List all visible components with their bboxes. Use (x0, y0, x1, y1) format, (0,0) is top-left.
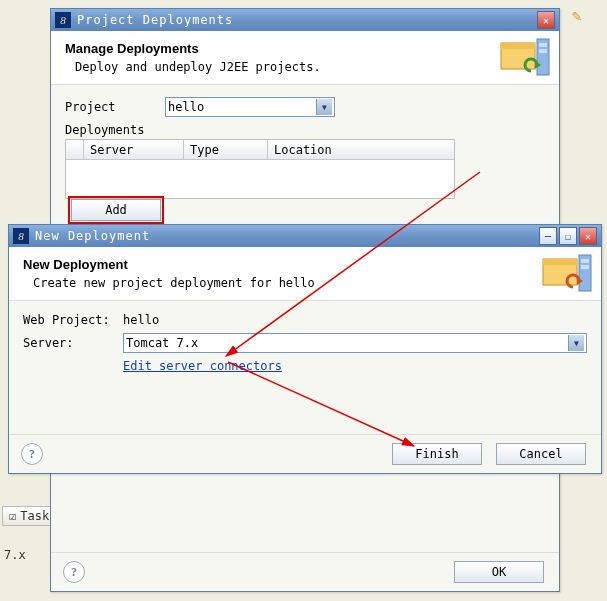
server-label: Server: (23, 336, 123, 350)
help-button[interactable]: ? (63, 561, 85, 583)
minimize-button[interactable]: ─ (539, 227, 557, 245)
banner-desc: Deploy and undeploy J2EE projects. (65, 60, 545, 74)
project-select-value: hello (168, 100, 204, 114)
help-button[interactable]: ? (21, 443, 43, 465)
col-type[interactable]: Type (184, 140, 268, 159)
ok-button[interactable]: OK (454, 561, 544, 583)
version-hint: 7.x (4, 548, 26, 562)
svg-rect-7 (543, 259, 577, 265)
banner-title: New Deployment (23, 257, 587, 272)
web-project-value: hello (123, 313, 159, 327)
svg-rect-3 (539, 43, 547, 47)
app-icon: 8 (55, 12, 71, 28)
titlebar-project-deployments[interactable]: 8 Project Deployments ✕ (51, 9, 559, 31)
finish-button[interactable]: Finish (392, 443, 482, 465)
banner-desc: Create new project deployment for hello (23, 276, 587, 290)
maximize-button[interactable]: ☐ (559, 227, 577, 245)
new-deployment-body: Web Project: hello Server: Tomcat 7.x ▼ … (9, 301, 601, 391)
chevron-down-icon: ▼ (568, 335, 584, 351)
cancel-button[interactable]: Cancel (496, 443, 586, 465)
close-button[interactable]: ✕ (537, 11, 555, 29)
svg-rect-9 (581, 259, 589, 263)
server-select[interactable]: Tomcat 7.x ▼ (123, 333, 587, 353)
project-deployments-footer: ? OK (51, 552, 559, 591)
header-banner: Manage Deployments Deploy and undeploy J… (51, 31, 559, 85)
col-server[interactable]: Server (84, 140, 184, 159)
deployments-table[interactable]: Server Type Location (65, 139, 455, 199)
titlebar-new-deployment[interactable]: 8 New Deployment ─ ☐ ✕ (9, 225, 601, 247)
close-button[interactable]: ✕ (579, 227, 597, 245)
col-location[interactable]: Location (268, 140, 454, 159)
server-select-value: Tomcat 7.x (126, 336, 198, 350)
banner-title: Manage Deployments (65, 41, 545, 56)
new-deployment-footer: ? Finish Cancel (9, 434, 601, 473)
svg-rect-10 (581, 265, 589, 269)
new-deployment-window: 8 New Deployment ─ ☐ ✕ New Deployment Cr… (8, 224, 602, 474)
svg-rect-4 (539, 49, 547, 53)
svg-rect-1 (501, 43, 535, 49)
deploy-icon (499, 37, 551, 79)
tasks-icon: ☑ (9, 509, 16, 523)
web-project-label: Web Project: (23, 313, 123, 327)
app-icon: 8 (13, 228, 29, 244)
project-select[interactable]: hello ▼ (165, 97, 335, 117)
wand-icon: ✎ (572, 6, 582, 25)
deployments-label: Deployments (65, 123, 545, 137)
window-title: New Deployment (35, 229, 539, 243)
deploy-icon (541, 253, 593, 295)
window-title: Project Deployments (77, 13, 537, 27)
header-banner: New Deployment Create new project deploy… (9, 247, 601, 301)
col-blank (66, 140, 84, 159)
chevron-down-icon: ▼ (316, 99, 332, 115)
add-button[interactable]: Add (71, 199, 161, 221)
project-label: Project (65, 100, 165, 114)
edit-server-connectors-link[interactable]: Edit server connectors (123, 359, 282, 373)
